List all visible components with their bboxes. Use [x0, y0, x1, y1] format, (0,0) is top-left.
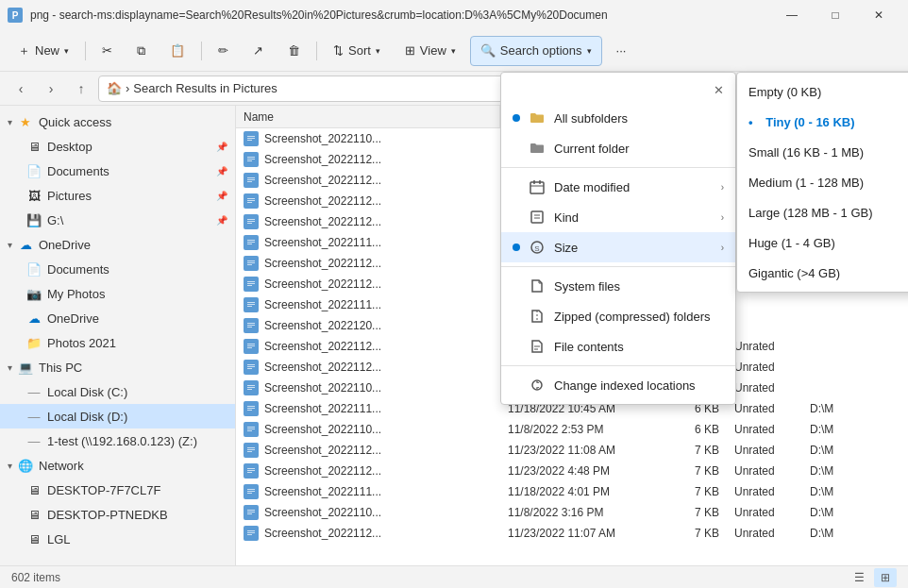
search-options-button[interactable]: 🔍 Search options ▾	[470, 36, 602, 66]
menu-item-size[interactable]: S Size ›	[501, 232, 735, 262]
svg-rect-30	[247, 283, 255, 284]
this-pc-icon: 💻	[18, 360, 33, 375]
menu-item-zipped-folders[interactable]: Zipped (compressed) folders	[501, 301, 735, 331]
minimize-button[interactable]: —	[770, 0, 814, 30]
sidebar-item-network[interactable]: ▾ 🌐 Network	[0, 453, 235, 478]
svg-rect-59	[247, 430, 252, 431]
sidebar-item-z-drive[interactable]: — 1-test (\\192.168.0.123) (Z:)	[0, 428, 235, 453]
sidebar-item-this-pc[interactable]: ▾ 💻 This PC	[0, 355, 235, 379]
file-thumb-icon	[244, 484, 259, 499]
svg-rect-73	[247, 510, 255, 511]
sidebar-item-od-onedrive[interactable]: ☁ OneDrive	[0, 306, 235, 330]
submenu-item-small[interactable]: Small (16 KB - 1 MB)	[737, 137, 908, 167]
submenu-item-huge[interactable]: Huge (1 - 4 GB)	[737, 227, 908, 258]
table-row[interactable]: Screenshot_2022112... 11/23/2022 11:08 A…	[236, 440, 908, 461]
table-row[interactable]: Screenshot_2022111... 11/18/2022 4:01 PM…	[236, 481, 908, 502]
lgl-icon: 🖥	[26, 531, 42, 546]
submenu-item-gigantic[interactable]: Gigantic (>4 GB)	[737, 258, 908, 288]
menu-item-file-contents[interactable]: File contents	[501, 331, 735, 361]
submenu-item-empty[interactable]: Empty (0 KB)	[737, 76, 908, 107]
sidebar-item-photos-2021[interactable]: 📁 Photos 2021	[0, 330, 235, 355]
menu-item-change-indexed[interactable]: Change indexed locations	[501, 370, 735, 400]
desktop-icon: 🖥	[26, 139, 42, 154]
menu-item-date-modified[interactable]: Date modified ›	[501, 172, 735, 202]
svg-rect-42	[247, 345, 255, 346]
sidebar-item-onedrive[interactable]: ▾ ☁ OneDrive	[0, 232, 235, 257]
file-thumb-icon	[244, 297, 259, 312]
paste-button[interactable]: 📋	[160, 36, 195, 66]
file-name: Screenshot_2022112...	[264, 153, 381, 166]
file-contents-icon	[530, 339, 545, 354]
svg-rect-41	[247, 344, 255, 344]
file-rating: Unrated	[734, 527, 775, 540]
sidebar-item-desktop-ptnedkb[interactable]: 🖥 DESKTOP-PTNEDKB	[0, 502, 235, 527]
svg-rect-54	[247, 408, 255, 409]
pictures-icon: 🖼	[26, 188, 42, 203]
submenu-item-medium[interactable]: Medium (1 - 128 MB)	[737, 167, 908, 197]
menu-item-all-subfolders[interactable]: All subfolders	[501, 103, 735, 133]
submenu-item-large[interactable]: Large (128 MB - 1 GB)	[737, 197, 908, 227]
dropdown-close-button[interactable]: ✕	[707, 78, 730, 101]
file-date: 11/23/2022 4:48 PM	[508, 464, 610, 478]
sidebar-item-documents[interactable]: 📄 Documents 📌	[0, 159, 235, 183]
details-view-button[interactable]: ⊞	[874, 568, 897, 587]
sidebar-item-g-drive[interactable]: 💾 G:\ 📌	[0, 208, 235, 232]
svg-rect-61	[247, 447, 255, 448]
copy-button[interactable]: ⧉	[126, 36, 156, 66]
network-icon: 🌐	[18, 458, 33, 473]
toolbar-separator-2	[201, 42, 202, 60]
close-button[interactable]: ✕	[857, 0, 900, 30]
rename-icon: ✏	[218, 43, 228, 58]
toolbar-separator-1	[85, 42, 86, 60]
table-row[interactable]: Screenshot_2022110... 11/8/2022 3:16 PM …	[236, 502, 908, 523]
new-chevron-icon: ▾	[64, 46, 69, 56]
view-button[interactable]: ⊞ View ▾	[395, 36, 466, 66]
kind-chevron-icon: ›	[721, 212, 724, 223]
file-folder: D:\M	[810, 527, 833, 540]
sidebar-item-pictures[interactable]: 🖼 Pictures 📌	[0, 183, 235, 208]
huge-label: Huge (1 - 4 GB)	[748, 236, 835, 250]
file-name: Screenshot_2022112...	[264, 464, 381, 478]
table-row[interactable]: Screenshot_2022112... 11/23/2022 11:07 A…	[236, 523, 908, 544]
table-row[interactable]: Screenshot_2022112... 11/23/2022 4:48 PM…	[236, 461, 908, 481]
menu-item-kind[interactable]: Kind ›	[501, 202, 735, 232]
list-view-button[interactable]: ☰	[848, 568, 870, 587]
sidebar-item-local-c[interactable]: — Local Disk (C:)	[0, 379, 235, 404]
onedrive-expand-icon: ▾	[8, 240, 12, 250]
sidebar-item-quick-access[interactable]: ▾ ★ Quick access	[0, 109, 235, 134]
new-button[interactable]: ＋ New ▾	[8, 36, 79, 66]
more-button[interactable]: ···	[606, 36, 637, 66]
delete-button[interactable]: 🗑	[277, 36, 311, 66]
svg-rect-51	[247, 389, 252, 390]
cut-button[interactable]: ✂	[92, 36, 123, 66]
up-button[interactable]: ↑	[68, 76, 94, 102]
back-button[interactable]: ‹	[8, 76, 34, 102]
file-size: 7 KB	[695, 485, 719, 498]
sidebar-item-od-documents[interactable]: 📄 Documents	[0, 257, 235, 281]
sidebar-item-local-d[interactable]: — Local Disk (D:)	[0, 404, 235, 428]
col-header-name[interactable]: Name	[236, 106, 500, 127]
file-thumb-icon	[244, 193, 259, 209]
desktop-7f7cl7f-icon: 🖥	[26, 482, 42, 497]
submenu-item-tiny[interactable]: • Tiny (0 - 16 KB)	[737, 107, 908, 137]
sort-button[interactable]: ⇅ Sort ▾	[323, 36, 391, 66]
sidebar-item-desktop[interactable]: 🖥 Desktop 📌	[0, 134, 235, 159]
rename-button[interactable]: ✏	[208, 36, 239, 66]
svg-rect-18	[247, 221, 255, 222]
sidebar-item-my-photos[interactable]: 📷 My Photos	[0, 281, 235, 306]
table-row[interactable]: Screenshot_2022110... 11/8/2022 2:53 PM …	[236, 419, 908, 440]
sidebar-item-lgl[interactable]: 🖥 LGL	[0, 527, 235, 551]
file-name: Screenshot_2022110...	[264, 381, 381, 395]
sort-icon: ⇅	[333, 43, 344, 58]
file-name: Screenshot_2022110...	[264, 132, 381, 145]
maximize-button[interactable]: □	[814, 0, 857, 30]
svg-rect-57	[247, 427, 255, 428]
sidebar-item-desktop-7f7cl7f[interactable]: 🖥 DESKTOP-7F7CL7F	[0, 478, 235, 502]
forward-button[interactable]: ›	[38, 76, 64, 102]
share-button[interactable]: ↗	[243, 36, 274, 66]
od-onedrive-icon: ☁	[26, 311, 42, 326]
bullet-icon	[513, 114, 520, 122]
menu-item-system-files[interactable]: System files	[501, 271, 735, 301]
this-pc-expand-icon: ▾	[8, 362, 12, 373]
menu-item-current-folder[interactable]: Current folder	[501, 133, 735, 163]
